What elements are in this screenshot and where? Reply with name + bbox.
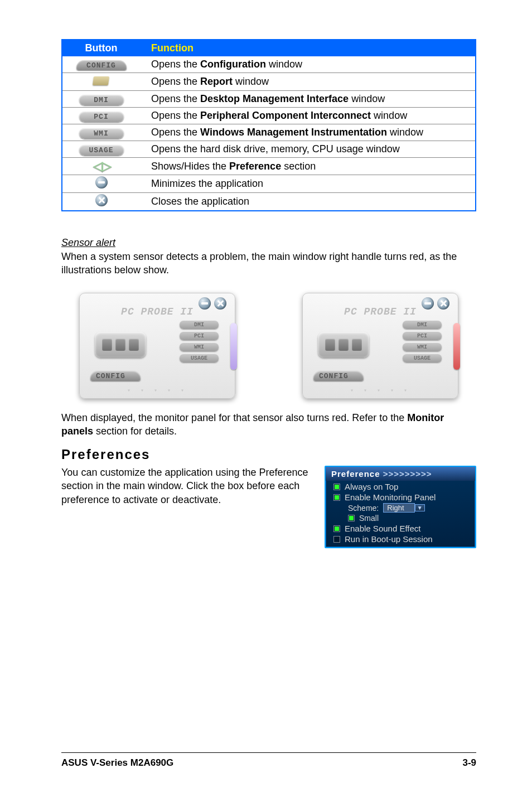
- table-row: CONFIGOpens the Configuration window: [62, 56, 476, 73]
- minimize-icon: [95, 176, 108, 189]
- function-cell: Opens the Peripheral Component Interconn…: [140, 108, 476, 124]
- button-cell: PCI: [62, 108, 140, 124]
- checkbox-icon[interactable]: [333, 494, 340, 501]
- function-cell: Shows/Hides the Preference section: [140, 158, 476, 175]
- col-function: Function: [140, 40, 476, 56]
- table-row: DMIOpens the Desktop Management Interfac…: [62, 91, 476, 108]
- preferences-heading: Preferences: [61, 447, 476, 462]
- probe-illustrations: PC PROBE II DMIPCIWMIUSAGE CONFIG ▾ ▾ ▾ …: [61, 293, 476, 399]
- probe-panel-alert: PC PROBE II DMIPCIWMIUSAGE CONFIG ▾ ▾ ▾ …: [302, 293, 458, 399]
- pref-enable-monitoring-panel[interactable]: Enable Monitoring Panel: [326, 491, 475, 502]
- probe-title: PC PROBE II: [79, 306, 235, 317]
- checkbox-icon[interactable]: [348, 515, 355, 521]
- pref-run-in-bootup[interactable]: Run in Boot-up Session: [326, 533, 475, 544]
- button-cell: WMI: [62, 124, 140, 141]
- config-tab: CONFIG: [90, 371, 141, 381]
- table-row: PCIOpens the Peripheral Component Interc…: [62, 108, 476, 124]
- scheme-select-value[interactable]: Right: [383, 503, 414, 513]
- config-tab-icon: CONFIG: [76, 60, 127, 70]
- function-cell: Opens the Configuration window: [140, 56, 476, 73]
- button-cell: USAGE: [62, 141, 140, 158]
- function-cell: Minimizes the application: [140, 175, 476, 193]
- button-cell: CONFIG: [62, 56, 140, 73]
- table-row: WMIOpens the Windows Management Instrume…: [62, 124, 476, 141]
- checkbox-icon[interactable]: [333, 484, 340, 490]
- preference-panel: Preference >>>>>>>>> Always on Top Enabl…: [325, 466, 476, 548]
- pci-button-icon: PCI: [79, 112, 124, 122]
- probe-chip-pci: PCI: [403, 332, 442, 340]
- left-right-arrows-icon: ◁ ▷: [93, 159, 109, 173]
- preferences-text: You can customize the application using …: [61, 466, 311, 506]
- sensor-alert-heading: Sensor alert: [61, 237, 476, 249]
- wmi-button-icon: WMI: [79, 128, 124, 139]
- pref-enable-sound-effect[interactable]: Enable Sound Effect: [326, 523, 475, 533]
- probe-gauge: [95, 332, 146, 357]
- report-folder-icon: [92, 74, 111, 86]
- footer-right: 3-9: [462, 757, 476, 769]
- pref-always-on-top[interactable]: Always on Top: [326, 481, 475, 491]
- button-cell: DMI: [62, 91, 140, 108]
- function-cell: Closes the application: [140, 193, 476, 211]
- probe-gauge: [318, 332, 369, 357]
- handle-alert: [453, 323, 460, 370]
- chevron-down-icon[interactable]: ▼: [415, 504, 425, 511]
- function-cell: Opens the Desktop Management Interface w…: [140, 91, 476, 108]
- sensor-alert-text: When a system sensor detects a problem, …: [61, 250, 476, 277]
- probe-title: PC PROBE II: [302, 306, 458, 317]
- usage-button-icon: USAGE: [79, 145, 124, 156]
- probe-chip-dmi: DMI: [403, 321, 442, 329]
- function-cell: Opens the Windows Management Instrumenta…: [140, 124, 476, 141]
- table-row: USAGEOpens the hard disk drive, memory, …: [62, 141, 476, 158]
- probe-chip-pci: PCI: [180, 332, 219, 340]
- table-row: Closes the application: [62, 193, 476, 211]
- function-cell: Opens the Report window: [140, 73, 476, 91]
- button-cell: [62, 73, 140, 91]
- button-function-table: Button Function CONFIGOpens the Configur…: [61, 39, 476, 211]
- probe-panel-normal: PC PROBE II DMIPCIWMIUSAGE CONFIG ▾ ▾ ▾ …: [79, 293, 235, 399]
- probe-chip-usage: USAGE: [180, 354, 219, 363]
- footer-left: ASUS V-Series M2A690G: [61, 757, 173, 769]
- preference-header: Preference >>>>>>>>>: [326, 467, 475, 481]
- table-row: Opens the Report window: [62, 73, 476, 91]
- function-cell: Opens the hard disk drive, memory, CPU u…: [140, 141, 476, 158]
- table-row: ◁ ▷Shows/Hides the Preference section: [62, 158, 476, 175]
- probe-chip-usage: USAGE: [403, 354, 442, 363]
- button-cell: ◁ ▷: [62, 158, 140, 175]
- page-footer: ASUS V-Series M2A690G 3-9: [0, 752, 532, 769]
- checkbox-icon[interactable]: [333, 525, 340, 532]
- dmi-button-icon: DMI: [79, 95, 124, 105]
- config-tab: CONFIG: [313, 371, 364, 381]
- pref-small[interactable]: Small: [326, 513, 475, 523]
- close-icon: [95, 194, 108, 206]
- probe-chip-wmi: WMI: [403, 343, 442, 351]
- col-button: Button: [62, 40, 140, 56]
- pref-scheme[interactable]: Scheme: Right ▼: [326, 502, 475, 513]
- button-cell: [62, 175, 140, 193]
- probe-chip-wmi: WMI: [180, 343, 219, 351]
- after-probe-text: When displayed, the monitor panel for th…: [61, 411, 476, 438]
- checkbox-icon[interactable]: [333, 536, 340, 543]
- button-cell: [62, 193, 140, 211]
- handle-normal: [230, 323, 237, 370]
- table-row: Minimizes the application: [62, 175, 476, 193]
- probe-chip-dmi: DMI: [180, 321, 219, 329]
